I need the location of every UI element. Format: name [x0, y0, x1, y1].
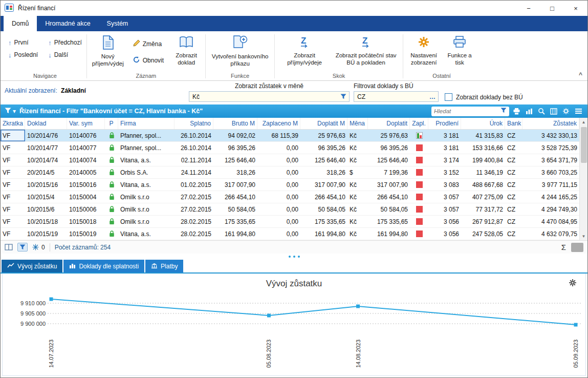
- cell-varsym[interactable]: 10140076: [67, 130, 105, 141]
- print-icon[interactable]: [513, 108, 520, 115]
- cell-doplatit_m[interactable]: 318,26: [300, 166, 347, 178]
- cell-varsym[interactable]: 20140005: [67, 166, 105, 178]
- vertical-scrollbar[interactable]: ▲ ▼: [579, 118, 587, 240]
- next-record-button[interactable]: ↓Další: [46, 50, 84, 60]
- column-header-doklad[interactable]: Doklad: [25, 118, 67, 129]
- column-header-urok[interactable]: Úrok: [461, 118, 505, 129]
- cell-prodleni[interactable]: 3 181: [428, 142, 461, 154]
- cell-brutto[interactable]: 317 007,90: [213, 179, 257, 191]
- cell-zapl[interactable]: [410, 179, 428, 191]
- cell-doplatit_m[interactable]: 266 454,10: [300, 191, 347, 203]
- cell-prodleni[interactable]: 3 057: [428, 203, 461, 215]
- cell-prodleni[interactable]: 3 174: [428, 154, 461, 166]
- cell-urok[interactable]: 267 912,87: [461, 216, 505, 227]
- tab-domu[interactable]: Domů: [4, 16, 37, 31]
- cell-zaplaceno[interactable]: 0,00: [257, 142, 300, 154]
- cell-bank[interactable]: CZ: [505, 142, 522, 154]
- table-row[interactable]: VF10/2014/7710140077Pfanner, spol...26.1…: [1, 142, 587, 154]
- cell-splatno[interactable]: 26.10.2014: [175, 142, 213, 154]
- show-initial-state-button[interactable]: Z Zobrazit počáteční stav BÚ a pokladen: [332, 32, 400, 67]
- view-columns-icon[interactable]: [5, 244, 13, 250]
- cell-bank[interactable]: CZ: [505, 179, 522, 191]
- columns-icon[interactable]: [550, 108, 557, 115]
- cell-firma[interactable]: Pfanner, spol...: [118, 142, 175, 154]
- column-header-zustatek[interactable]: Zůstatek: [522, 118, 579, 129]
- cell-bank[interactable]: CZ: [505, 203, 522, 215]
- cell-doplatit_m[interactable]: 317 007,90: [300, 179, 347, 191]
- cell-zustatek[interactable]: 4 294 749,30: [522, 203, 579, 215]
- chart-settings-gear-icon[interactable]: [568, 278, 577, 289]
- cell-doplatit_m[interactable]: 25 976,63: [300, 130, 347, 141]
- filter-toggle-icon[interactable]: [17, 243, 28, 251]
- cell-brutto[interactable]: 175 335,65: [213, 216, 257, 227]
- cell-firma[interactable]: Vitana, a.s.: [118, 179, 175, 191]
- close-button[interactable]: ×: [564, 1, 587, 16]
- show-without-account-checkbox[interactable]: [445, 93, 452, 101]
- cell-urok[interactable]: 77 317,72: [461, 203, 505, 215]
- cell-zapl[interactable]: [410, 166, 428, 178]
- cell-zustatek[interactable]: 4 244 165,25: [522, 191, 579, 203]
- table-row[interactable]: VF10/2015/1910150019Vitana, a.s.28.02.20…: [1, 228, 587, 240]
- column-header-brutto[interactable]: Brutto M: [213, 118, 257, 129]
- cell-prodleni[interactable]: 3 056: [428, 228, 461, 240]
- cell-mena[interactable]: Kč: [347, 154, 368, 166]
- cell-zkratka[interactable]: VF: [1, 179, 25, 191]
- cell-zapl[interactable]: [410, 228, 428, 240]
- scroll-thumb[interactable]: [581, 127, 587, 163]
- cell-varsym[interactable]: 10150018: [67, 216, 105, 227]
- cell-zkratka[interactable]: VF: [1, 166, 25, 178]
- cell-brutto[interactable]: 50 584,05: [213, 203, 257, 215]
- search-input[interactable]: [434, 108, 498, 114]
- cell-zustatek[interactable]: 3 654 371,79: [522, 154, 579, 166]
- cell-mena[interactable]: Kč: [347, 142, 368, 154]
- cell-doplatit[interactable]: 175 335,65: [368, 216, 410, 227]
- scroll-down-icon[interactable]: ▼: [580, 232, 587, 240]
- cell-urok[interactable]: 488 667,68: [461, 179, 505, 191]
- previous-record-button[interactable]: ↑Předchozí: [46, 38, 84, 48]
- tab-platby[interactable]: Platby: [145, 260, 183, 272]
- currency-combobox[interactable]: Kč: [189, 91, 350, 102]
- column-header-mena[interactable]: Měna: [347, 118, 368, 129]
- combo-filter-icon[interactable]: [338, 94, 349, 99]
- column-header-varsym[interactable]: Var. sym: [67, 118, 105, 129]
- cell-p[interactable]: [105, 203, 118, 215]
- cell-doplatit_m[interactable]: 161 994,80: [300, 228, 347, 240]
- cell-doklad[interactable]: 10/2015/4: [25, 191, 67, 203]
- cell-firma[interactable]: Omilk s.r.o: [118, 203, 175, 215]
- cell-mena[interactable]: Kč: [347, 203, 368, 215]
- cell-zaplaceno[interactable]: 0,00: [257, 203, 300, 215]
- cell-zkratka[interactable]: VF: [1, 203, 25, 215]
- cell-urok[interactable]: 199 400,84: [461, 154, 505, 166]
- cell-firma[interactable]: Orbis S.A.: [118, 166, 175, 178]
- search-funnel-icon[interactable]: [500, 108, 507, 115]
- tab-vyvoj-zustatku[interactable]: Vývoj zůstatku: [2, 260, 62, 272]
- cell-doplatit_m[interactable]: 175 335,65: [300, 216, 347, 227]
- cell-splatno[interactable]: 24.11.2014: [175, 166, 213, 178]
- cell-prodleni[interactable]: 3 181: [428, 130, 461, 141]
- cell-firma[interactable]: Vitana, a.s.: [118, 154, 175, 166]
- display-settings-button[interactable]: Nastavení zobrazení: [406, 32, 442, 67]
- cell-urok[interactable]: 247 528,05: [461, 228, 505, 240]
- column-header-splatno[interactable]: Splatno: [175, 118, 213, 129]
- cell-doklad[interactable]: 10/2015/16: [25, 179, 67, 191]
- table-row[interactable]: VF10/2015/610150006Omilk s.r.o27.02.2015…: [1, 203, 587, 216]
- table-row[interactable]: VF20/2014/520140005Orbis S.A.24.11.20143…: [1, 166, 587, 179]
- cell-splatno[interactable]: 27.02.2015: [175, 203, 213, 215]
- column-header-firma[interactable]: Firma: [118, 118, 175, 129]
- cell-splatno[interactable]: 01.02.2015: [175, 179, 213, 191]
- cell-urok[interactable]: 11 346,19: [461, 166, 505, 178]
- cell-mena[interactable]: Kč: [347, 228, 368, 240]
- cell-varsym[interactable]: 10140077: [67, 142, 105, 154]
- menu-icon[interactable]: [575, 108, 582, 114]
- cell-zkratka[interactable]: VF: [1, 228, 25, 240]
- table-row[interactable]: VF10/2015/1610150016Vitana, a.s.01.02.20…: [1, 179, 587, 191]
- cell-brutto[interactable]: 266 454,10: [213, 191, 257, 203]
- cell-doplatit[interactable]: 266 454,10: [368, 191, 410, 203]
- column-header-zkratka[interactable]: Zkratka: [1, 118, 25, 129]
- cell-zustatek[interactable]: 3 977 711,15: [522, 179, 579, 191]
- cell-doklad[interactable]: 10/2014/74: [25, 154, 67, 166]
- cell-zustatek[interactable]: 3 660 703,25: [522, 166, 579, 178]
- tab-hromadne-akce[interactable]: Hromadné akce: [37, 16, 98, 31]
- cell-p[interactable]: [105, 142, 118, 154]
- refresh-button[interactable]: Obnovit: [130, 55, 166, 66]
